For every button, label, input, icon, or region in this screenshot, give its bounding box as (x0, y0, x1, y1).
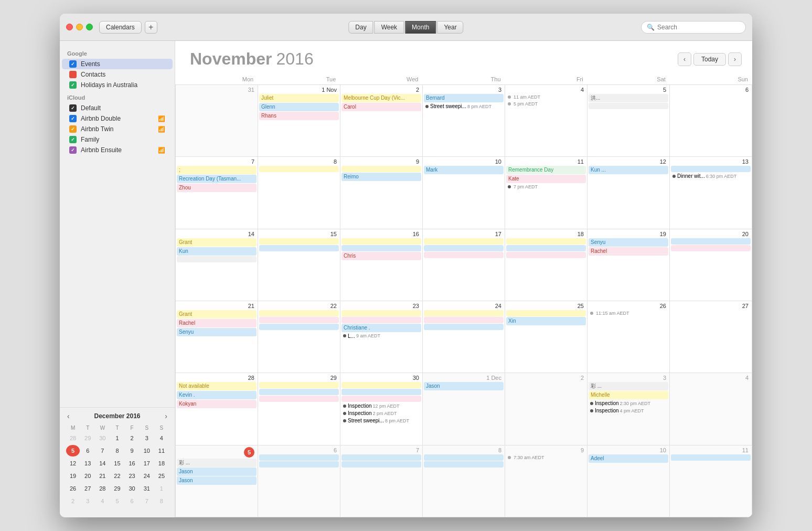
close-button[interactable] (66, 24, 73, 30)
cal-cell-nov25[interactable]: 25 Xin (505, 301, 587, 373)
event-senyu2[interactable]: Senyu (177, 328, 257, 336)
mini-date[interactable]: 1 (155, 483, 168, 494)
event-yellow-17[interactable] (424, 238, 504, 245)
event-chinese3[interactable]: 彩 ... (177, 459, 257, 467)
cal-cell-nov28[interactable]: 28 Not available Kevin . Kokyan (176, 373, 258, 444)
events-checkbox[interactable]: ✓ (69, 60, 77, 68)
cal-cell-nov5[interactable]: 5 洪... (587, 85, 670, 156)
event-chris[interactable]: Chris (341, 252, 421, 260)
mini-date[interactable]: 3 (140, 432, 154, 444)
cal-cell-nov7[interactable]: 7 ; Recreation Day (Tasman... Zhou (176, 157, 258, 228)
mini-date[interactable]: 15 (110, 458, 124, 469)
event-pink-17[interactable] (424, 252, 504, 258)
cal-cell-dec7[interactable]: 7 (340, 445, 423, 517)
mini-date[interactable]: 26 (66, 483, 80, 494)
cal-cell-dec11[interactable]: 11 (670, 445, 752, 517)
sidebar-item-airbnb-ensuite[interactable]: ✓ Airbnb Ensuite 📶 (62, 145, 173, 155)
event-sweep2[interactable]: Street sweepi... 8 pm AEDT (341, 417, 421, 424)
event-inspect2[interactable]: Inspection 2 pm AEDT (341, 410, 421, 417)
event-yellow-29[interactable] (259, 382, 339, 388)
mini-date-today[interactable]: 5 (66, 445, 80, 456)
event-blue-18[interactable] (506, 245, 586, 251)
cal-cell-nov22[interactable]: 22 (258, 301, 340, 373)
mini-date[interactable]: 28 (95, 483, 109, 494)
cal-cell-nov2[interactable]: 2 Melbourne Cup Day (Vic... Carol (340, 85, 423, 156)
mini-cal-prev[interactable]: ‹ (65, 412, 72, 420)
event-yellow-18[interactable] (506, 238, 586, 245)
day-view-button[interactable]: Day (348, 21, 373, 34)
event-chinese2[interactable]: 彩 ... (589, 382, 668, 390)
sidebar-item-default[interactable]: ✓ Default (62, 103, 173, 113)
cal-cell-nov21[interactable]: 21 Grant Rachel Senyu (176, 301, 258, 373)
mini-date[interactable]: 24 (140, 470, 154, 482)
event-dec9-1[interactable]: 7:30 am AEDT (506, 454, 586, 461)
sidebar-item-airbnb-twin[interactable]: ✓ Airbnb Twin 📶 (62, 124, 173, 134)
event-blue-span-13[interactable] (671, 166, 751, 172)
event-yellow-span[interactable] (259, 166, 339, 172)
mini-date[interactable]: 5 (110, 495, 124, 507)
event-yellow-16[interactable] (341, 238, 421, 245)
event-pink-29[interactable] (259, 396, 339, 402)
airbnb-ensuite-checkbox[interactable]: ✓ (69, 146, 77, 154)
next-month-button[interactable]: › (728, 52, 742, 66)
event-blue-29[interactable] (259, 389, 339, 395)
event-rachel[interactable]: Rachel (589, 247, 668, 256)
event-melb-cup[interactable]: Melbourne Cup Day (Vic... (341, 94, 421, 102)
event-blue-17[interactable] (424, 245, 504, 251)
event-pink-20[interactable] (671, 245, 751, 251)
event-juliet[interactable]: Juliet (259, 94, 339, 102)
event-pink-23[interactable] (341, 317, 421, 323)
mini-date[interactable]: 8 (110, 445, 124, 456)
mini-date[interactable]: 29 (81, 432, 94, 444)
cal-cell-nov29[interactable]: 29 (258, 373, 340, 444)
cal-cell-dec6[interactable]: 6 (258, 445, 340, 517)
cal-cell-nov10[interactable]: 10 Mark (423, 157, 505, 228)
event-blue-22[interactable] (259, 324, 339, 330)
event-yellow-25[interactable] (506, 310, 586, 316)
event-adeel[interactable]: Adeel (589, 454, 668, 463)
event-rachel2[interactable]: Rachel (177, 319, 257, 327)
mini-date[interactable]: 16 (125, 458, 139, 469)
add-calendar-button[interactable]: + (145, 21, 157, 34)
event-gray-nov5[interactable] (589, 103, 668, 109)
cal-cell-nov4[interactable]: 4 11 am AEDT 5 pm AEDT (505, 85, 587, 156)
mini-date[interactable]: 3 (81, 495, 94, 507)
fullscreen-button[interactable] (86, 24, 93, 30)
event-blue-16[interactable] (341, 245, 421, 251)
cal-cell-nov17[interactable]: 17 (423, 229, 505, 301)
mini-date[interactable]: 25 (155, 470, 168, 482)
cal-cell-nov23[interactable]: 23 Christiane . L... 9 am AEDT (340, 301, 423, 373)
mini-date[interactable]: 10 (140, 445, 154, 456)
event-blue-20[interactable] (671, 238, 751, 245)
cal-cell-nov18[interactable]: 18 (505, 229, 587, 301)
event-blue-30[interactable] (341, 389, 421, 395)
cal-cell-nov27[interactable]: 27 (670, 301, 752, 373)
event-inspect4[interactable]: Inspection 4 pm AEDT (589, 407, 668, 414)
cal-cell-nov8[interactable]: 8 (258, 157, 340, 228)
year-view-button[interactable]: Year (437, 21, 463, 34)
cal-cell-dec5[interactable]: 5 彩 ... Jason Jason (176, 445, 258, 517)
mini-cal-next[interactable]: › (163, 412, 169, 420)
event-blue2-d6[interactable] (259, 461, 339, 468)
cal-cell-nov30[interactable]: 30 Inspection 12 pm AEDT Inspection (340, 373, 423, 444)
event-remembrance[interactable]: Remembrance Day (506, 166, 586, 174)
event-nov26-1[interactable]: 11:15 am AEDT (589, 310, 668, 316)
sidebar-item-holidays[interactable]: ✓ Holidays in Australia (62, 80, 173, 90)
event-blue-24[interactable] (424, 324, 504, 330)
mini-date[interactable]: 2 (66, 495, 80, 507)
event-jason2[interactable]: Jason (177, 468, 257, 476)
event-xin[interactable]: Xin (506, 317, 586, 325)
event-grant[interactable]: Grant (177, 238, 257, 247)
event-blue-d8[interactable] (424, 454, 504, 461)
mini-date[interactable]: 30 (95, 432, 109, 444)
event-not-avail[interactable]: Not available (177, 382, 257, 390)
mini-date[interactable]: 1 (110, 432, 124, 444)
event-glenn[interactable]: Glenn (259, 103, 339, 111)
mini-date[interactable]: 7 (140, 495, 154, 507)
event-yellow-23[interactable] (341, 310, 421, 316)
minimize-button[interactable] (76, 24, 83, 30)
event-blue-d7[interactable] (341, 454, 421, 461)
event-kokyan[interactable]: Kokyan (177, 400, 257, 408)
cal-cell-nov1[interactable]: 1 Nov Juliet Glenn Rhans (258, 85, 340, 156)
event-mark[interactable]: Mark (424, 166, 504, 174)
